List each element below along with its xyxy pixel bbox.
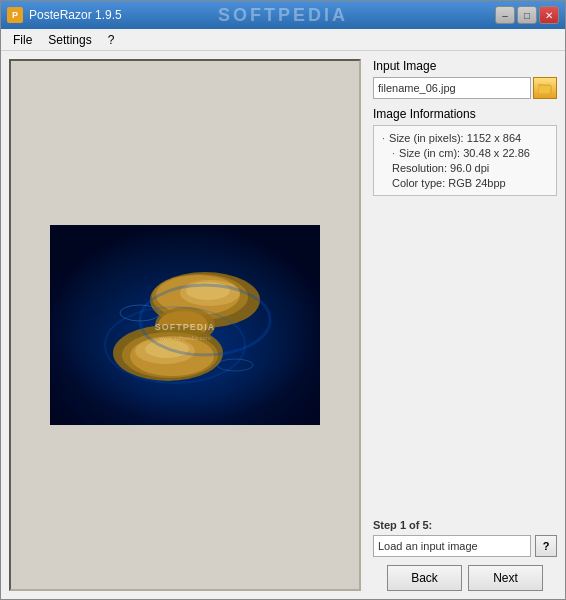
image-info-group: · Size (in pixels): 1152 x 864 · Size (i…	[373, 125, 557, 196]
menu-help[interactable]: ?	[100, 31, 123, 49]
input-image-label: Input Image	[373, 59, 557, 73]
app-icon: P	[7, 7, 23, 23]
resolution-text: Resolution: 96.0 dpi	[392, 162, 489, 174]
menu-settings[interactable]: Settings	[40, 31, 99, 49]
size-cm-text: Size (in cm): 30.48 x 22.86	[399, 147, 530, 159]
spacer	[373, 313, 557, 511]
filename-row	[373, 77, 557, 99]
image-info-section: Image Informations · Size (in pixels): 1…	[373, 107, 557, 305]
info-row-resolution: Resolution: 96.0 dpi	[382, 162, 548, 174]
step-section: Step 1 of 5: ? Back Next	[373, 519, 557, 591]
minimize-button[interactable]: –	[495, 6, 515, 24]
window-controls: – □ ✕	[495, 6, 559, 24]
step-description-input	[373, 535, 531, 557]
image-info-label: Image Informations	[373, 107, 557, 121]
title-bar: P PosteRazor 1.9.5 SOFTPEDIA – □ ✕	[1, 1, 565, 29]
input-image-section: Input Image	[373, 59, 557, 99]
help-button[interactable]: ?	[535, 535, 557, 557]
next-button[interactable]: Next	[468, 565, 543, 591]
svg-rect-20	[50, 225, 320, 425]
image-preview-panel: SOFTPEDIA www.softpedia.com	[9, 59, 361, 591]
bullet-cm: ·	[392, 147, 395, 159]
step-label: Step 1 of 5:	[373, 519, 557, 531]
preview-svg: SOFTPEDIA www.softpedia.com	[50, 225, 320, 425]
application-window: P PosteRazor 1.9.5 SOFTPEDIA – □ ✕ File …	[0, 0, 566, 600]
window-title: PosteRazor 1.9.5	[29, 8, 495, 22]
info-row-cm: · Size (in cm): 30.48 x 22.86	[382, 147, 548, 159]
back-button[interactable]: Back	[387, 565, 462, 591]
maximize-button[interactable]: □	[517, 6, 537, 24]
navigation-row: Back Next	[373, 565, 557, 591]
menu-bar: File Settings ?	[1, 29, 565, 51]
browse-button[interactable]	[533, 77, 557, 99]
close-button[interactable]: ✕	[539, 6, 559, 24]
info-row-pixels: · Size (in pixels): 1152 x 864	[382, 132, 548, 144]
svg-rect-21	[538, 85, 551, 94]
step-input-row: ?	[373, 535, 557, 557]
color-type-text: Color type: RGB 24bpp	[392, 177, 506, 189]
main-content: SOFTPEDIA www.softpedia.com Input Image	[1, 51, 565, 599]
menu-file[interactable]: File	[5, 31, 40, 49]
right-panel: Input Image Image Informations	[365, 51, 565, 599]
bullet-pixels: ·	[382, 132, 385, 144]
image-preview: SOFTPEDIA www.softpedia.com	[50, 225, 320, 425]
info-row-color: Color type: RGB 24bpp	[382, 177, 548, 189]
folder-icon	[538, 82, 552, 94]
size-pixels-text: Size (in pixels): 1152 x 864	[389, 132, 521, 144]
filename-input[interactable]	[373, 77, 531, 99]
